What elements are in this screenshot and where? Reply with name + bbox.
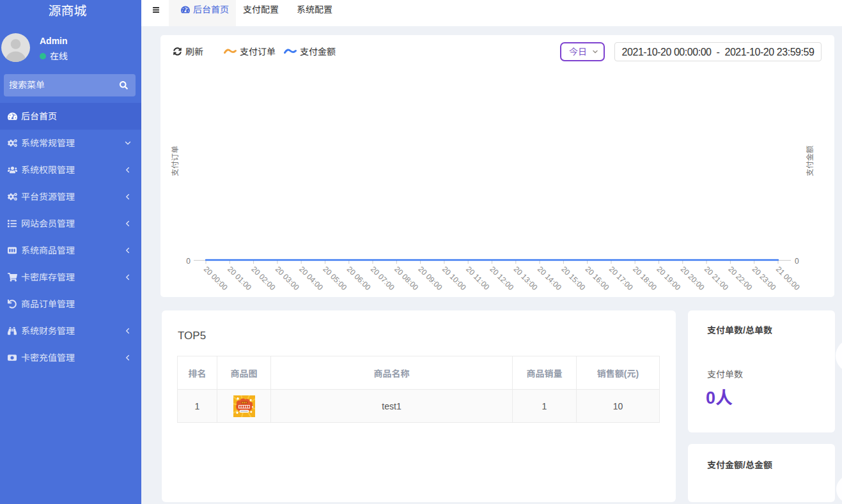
svg-text:20 19:00: 20 19:00 (655, 264, 682, 292)
svg-text:20 22:00: 20 22:00 (726, 264, 754, 292)
svg-text:20 14:00: 20 14:00 (536, 264, 563, 292)
svg-text:20 21:00: 20 21:00 (703, 264, 730, 292)
svg-text:20 11:00: 20 11:00 (464, 264, 492, 292)
svg-text:20 04:00: 20 04:00 (297, 264, 325, 292)
svg-text:20 06:00: 20 06:00 (345, 264, 373, 292)
svg-text:20 15:00: 20 15:00 (559, 264, 587, 292)
svg-text:20 20:00: 20 20:00 (679, 264, 706, 292)
svg-text:20 03:00: 20 03:00 (274, 264, 301, 292)
svg-text:支付订单: 支付订单 (171, 146, 180, 176)
svg-text:20 10:00: 20 10:00 (440, 264, 468, 292)
svg-text:20 12:00: 20 12:00 (488, 264, 515, 292)
svg-text:20 05:00: 20 05:00 (321, 264, 348, 292)
svg-text:支付金额: 支付金额 (806, 146, 815, 176)
svg-text:20 08:00: 20 08:00 (393, 264, 420, 292)
svg-text:20 09:00: 20 09:00 (416, 264, 444, 292)
svg-text:20 13:00: 20 13:00 (512, 264, 540, 292)
svg-text:21 00:00: 21 00:00 (774, 264, 802, 292)
svg-text:20 23:00: 20 23:00 (751, 264, 778, 292)
svg-text:20 07:00: 20 07:00 (369, 264, 396, 292)
svg-text:20 02:00: 20 02:00 (249, 264, 277, 292)
svg-text:0: 0 (186, 257, 191, 266)
svg-text:20 16:00: 20 16:00 (584, 264, 611, 292)
svg-text:20 00:00: 20 00:00 (202, 264, 230, 292)
svg-text:20 18:00: 20 18:00 (631, 264, 659, 292)
svg-text:20 01:00: 20 01:00 (226, 264, 253, 292)
svg-text:0: 0 (795, 257, 799, 266)
svg-text:20 17:00: 20 17:00 (607, 264, 635, 292)
